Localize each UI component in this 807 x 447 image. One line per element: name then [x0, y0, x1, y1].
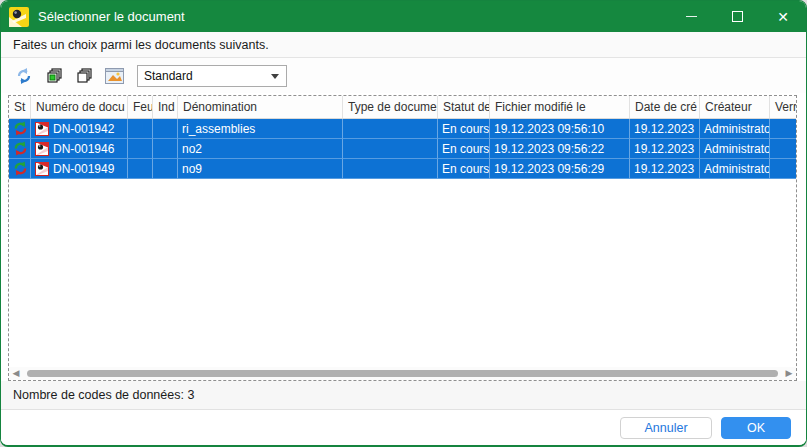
scroll-left-icon[interactable]: ◀ [11, 369, 21, 378]
cancel-button[interactable]: Annuler [620, 417, 712, 439]
cell-feu [128, 119, 153, 139]
column-header-statut-de[interactable]: Statut de [438, 96, 490, 118]
refresh-icon [15, 67, 33, 85]
column-header-num-ro-de-docu[interactable]: Numéro de docu [31, 96, 128, 118]
table-row[interactable]: DN-001949no9En cours19.12.2023 09:56:291… [9, 159, 796, 179]
preview-image-button[interactable] [101, 64, 127, 88]
column-header-feu[interactable]: Feu [128, 96, 153, 118]
cell-num-ro-de-docu: DN-001942 [31, 119, 128, 139]
document-number: DN-001949 [53, 162, 114, 176]
cell-d-nomination: no9 [178, 159, 343, 179]
message-bar: Faites un choix parmi les documents suiv… [1, 32, 806, 58]
chevron-down-icon [271, 74, 279, 79]
cell-fichier-modifi-le: 19.12.2023 09:56:22 [490, 139, 630, 159]
close-icon: ✕ [777, 10, 789, 24]
cell-num-ro-de-docu: DN-001946 [31, 139, 128, 159]
maximize-button[interactable] [714, 1, 760, 32]
table-row[interactable]: DN-001946no2En cours19.12.2023 09:56:221… [9, 139, 796, 159]
view-select[interactable]: Standard [137, 65, 287, 87]
cell-verrouil [770, 159, 797, 179]
preview-image-icon [105, 68, 124, 84]
table-rows: DN-001942ri_assembliesEn cours19.12.2023… [9, 119, 796, 179]
cell-date-de-cr-: 19.12.2023 [630, 159, 700, 179]
toolbar: Standard [1, 58, 806, 93]
statusbar: Nombre de codes de données: 3 [1, 381, 806, 410]
table-empty-area [9, 179, 796, 367]
cell-ind [153, 119, 178, 139]
column-header-verrouil[interactable]: Verrouil [770, 96, 797, 118]
minimize-icon [686, 16, 697, 17]
close-button[interactable]: ✕ [760, 1, 806, 32]
cell-st [9, 159, 31, 179]
cell-d-nomination: no2 [178, 139, 343, 159]
column-header-ind[interactable]: Ind [153, 96, 178, 118]
cell-ind [153, 159, 178, 179]
cell-fichier-modifi-le: 19.12.2023 09:56:10 [490, 119, 630, 139]
copy-documents-button[interactable] [41, 64, 67, 88]
sync-status-icon [13, 121, 30, 136]
cell-type-de-documen [343, 139, 438, 159]
cell-feu [128, 139, 153, 159]
cell-ind [153, 139, 178, 159]
titlebar: Sélectionner le document ✕ [1, 1, 806, 32]
cell-date-de-cr-: 19.12.2023 [630, 119, 700, 139]
view-select-value: Standard [144, 69, 193, 83]
dialog-title: Sélectionner le document [38, 9, 668, 24]
app-yellow-note-icon [9, 7, 29, 27]
instruction-text: Faites un choix parmi les documents suiv… [13, 38, 269, 52]
drawing-document-icon [35, 142, 51, 156]
cell-cr-ateur: Administrato [700, 139, 770, 159]
horizontal-scrollbar[interactable]: ◀ ▶ [9, 367, 796, 380]
column-header-d-nomination[interactable]: Dénomination [178, 96, 343, 118]
column-header-type-de-documen[interactable]: Type de documen [343, 96, 438, 118]
minimize-button[interactable] [668, 1, 714, 32]
cell-type-de-documen [343, 159, 438, 179]
scrollbar-thumb[interactable] [27, 370, 778, 377]
cell-statut-de: En cours [438, 139, 490, 159]
ok-button[interactable]: OK [721, 417, 791, 439]
cell-st [9, 119, 31, 139]
cell-cr-ateur: Administrato [700, 159, 770, 179]
document-number: DN-001942 [53, 122, 114, 136]
table-header-row: StNuméro de docuFeuIndDénominationType d… [9, 96, 796, 119]
select-document-dialog: Sélectionner le document ✕ Faites un cho… [0, 0, 807, 447]
cell-num-ro-de-docu: DN-001949 [31, 159, 128, 179]
record-count-text: Nombre de codes de données: 3 [13, 388, 194, 402]
refresh-button[interactable] [11, 64, 37, 88]
drawing-document-icon [35, 122, 51, 136]
cell-date-de-cr-: 19.12.2023 [630, 139, 700, 159]
cell-verrouil [770, 139, 797, 159]
cell-d-nomination: ri_assemblies [178, 119, 343, 139]
scroll-right-icon[interactable]: ▶ [784, 369, 794, 378]
cell-type-de-documen [343, 119, 438, 139]
maximize-icon [732, 11, 743, 22]
cell-cr-ateur: Administrato [700, 119, 770, 139]
table-row[interactable]: DN-001942ri_assembliesEn cours19.12.2023… [9, 119, 796, 139]
column-header-cr-ateur[interactable]: Créateur [700, 96, 770, 118]
cell-statut-de: En cours [438, 159, 490, 179]
table-wrap: StNuméro de docuFeuIndDénominationType d… [1, 93, 806, 381]
copy-documents-icon [45, 67, 63, 85]
cell-st [9, 139, 31, 159]
sync-status-icon [13, 141, 30, 156]
footer: Annuler OK [1, 410, 806, 445]
column-header-st[interactable]: St [9, 96, 31, 118]
cell-verrouil [770, 119, 797, 139]
documents-stack-icon [75, 67, 93, 85]
column-header-date-de-cr-[interactable]: Date de cré [630, 96, 700, 118]
documents-table: StNuméro de docuFeuIndDénominationType d… [8, 95, 797, 381]
sync-status-icon [13, 161, 30, 176]
drawing-document-icon [35, 162, 51, 176]
document-number: DN-001946 [53, 142, 114, 156]
cell-statut-de: En cours [438, 119, 490, 139]
documents-stack-button[interactable] [71, 64, 97, 88]
cell-fichier-modifi-le: 19.12.2023 09:56:29 [490, 159, 630, 179]
cell-feu [128, 159, 153, 179]
column-header-fichier-modifi-le[interactable]: Fichier modifié le [490, 96, 630, 118]
